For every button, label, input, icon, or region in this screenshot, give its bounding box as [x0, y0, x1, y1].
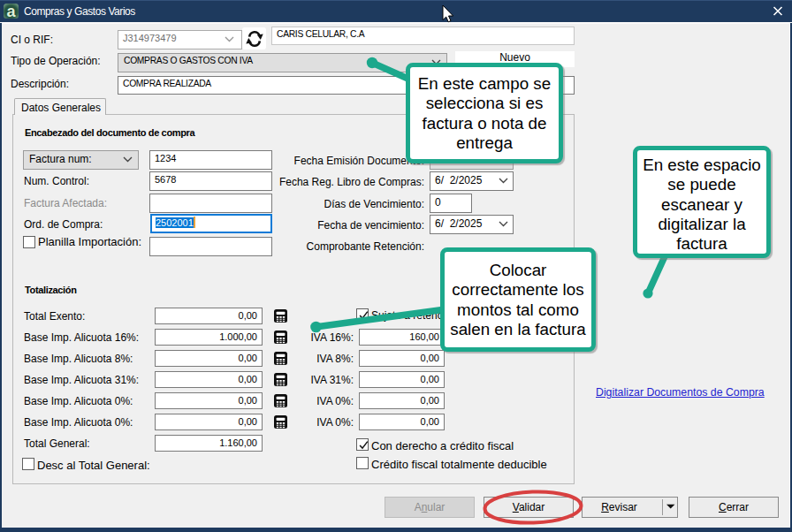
svg-text:a: a — [6, 3, 16, 20]
